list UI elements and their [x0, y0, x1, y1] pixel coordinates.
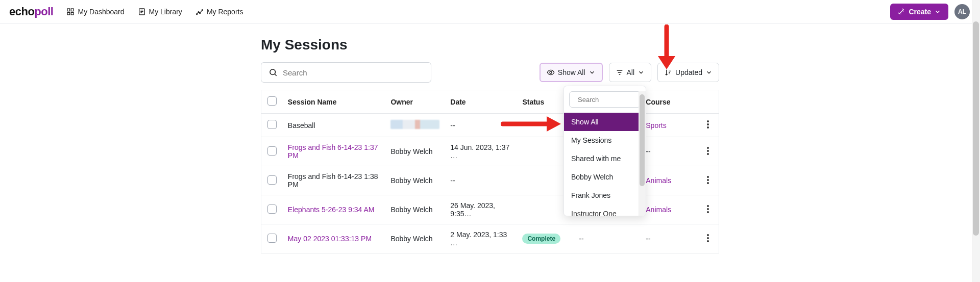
session-date: 26 May. 2023, 9:35… [450, 201, 495, 218]
course-name[interactable]: Animals [646, 206, 671, 214]
user-avatar[interactable]: AL [954, 4, 970, 19]
create-label: Create [909, 8, 931, 16]
row-checkbox[interactable] [267, 146, 277, 156]
th-owner: Owner [385, 90, 445, 114]
logo-part1: echo [9, 5, 34, 18]
responses: -- [579, 235, 583, 243]
dropdown-item[interactable]: Instructor One [564, 204, 646, 216]
page-title: My Sessions [261, 37, 719, 53]
course-name[interactable]: Animals [646, 176, 671, 185]
svg-rect-2 [67, 12, 70, 15]
show-filter-dropdown: Show AllMy SessionsShared with meBobby W… [564, 86, 646, 216]
owner-name: Bobby Welch [390, 235, 432, 243]
row-checkbox[interactable] [267, 234, 277, 243]
session-date: -- [450, 176, 455, 185]
type-filter[interactable]: All [609, 63, 652, 82]
status-badge: Complete [522, 234, 560, 244]
row-checkbox[interactable] [267, 120, 277, 129]
session-search-input[interactable] [283, 68, 424, 77]
dropdown-item[interactable]: Frank Jones [564, 186, 646, 204]
svg-marker-13 [658, 56, 675, 69]
dashboard-icon [66, 8, 75, 16]
eye-icon [547, 68, 555, 76]
dropdown-scroll-thumb[interactable] [640, 94, 645, 186]
avatar-initials: AL [958, 8, 966, 15]
owner-name: Bobby Welch [390, 147, 432, 156]
nav-library-label: My Library [149, 8, 182, 16]
reports-icon [195, 8, 204, 16]
th-name: Session Name [283, 90, 386, 114]
dropdown-search[interactable] [569, 91, 641, 108]
row-actions-menu[interactable] [707, 234, 709, 242]
annotation-arrow-down [657, 24, 676, 70]
svg-point-7 [200, 12, 201, 13]
dropdown-scrollbar[interactable] [639, 91, 646, 216]
row-checkbox[interactable] [267, 204, 277, 214]
th-date: Date [445, 90, 517, 114]
session-date: -- [450, 121, 455, 130]
svg-rect-3 [71, 12, 74, 15]
course-name[interactable]: Sports [646, 121, 666, 130]
session-name[interactable]: Frogs and Fish 6-14-23 1:37 PM [288, 143, 378, 160]
nav-library[interactable]: My Library [138, 8, 182, 16]
session-name: Frogs and Fish 6-14-23 1:38 PM [288, 172, 378, 189]
row-actions-menu[interactable] [707, 176, 709, 184]
session-date: 2 May. 2023, 1:33 … [450, 230, 507, 247]
dropdown-search-input[interactable] [578, 96, 646, 104]
owner-redacted [390, 120, 439, 129]
logo-part2: poll [34, 5, 53, 18]
svg-rect-0 [67, 9, 70, 11]
dropdown-item[interactable]: Show All [564, 113, 646, 131]
session-date: 14 Jun. 2023, 1:37 … [450, 143, 509, 160]
svg-marker-15 [547, 116, 561, 132]
chevron-down-icon [589, 69, 596, 76]
sessions-table: Session Name Owner Date Status Responses… [261, 90, 719, 253]
type-filter-label: All [627, 68, 635, 76]
course-name: -- [646, 147, 650, 156]
search-icon [268, 68, 278, 77]
row-actions-menu[interactable] [707, 120, 709, 129]
session-search[interactable] [261, 62, 431, 83]
chevron-down-icon [705, 69, 713, 76]
owner-name: Bobby Welch [390, 176, 432, 185]
library-icon [138, 8, 146, 16]
select-all-checkbox[interactable] [267, 96, 277, 106]
table-row: Frogs and Fish 6-14-23 1:37 PMBobby Welc… [261, 137, 719, 166]
nav-items: My Dashboard My Library My Reports [66, 8, 243, 16]
dropdown-item[interactable]: Bobby Welch [564, 168, 646, 186]
controls-row: Show All All Updated [261, 62, 719, 83]
filter-icon [616, 68, 624, 76]
row-actions-menu[interactable] [707, 205, 709, 213]
page-body: My Sessions Show All All Updated Session [261, 23, 719, 253]
row-checkbox[interactable] [267, 175, 277, 185]
svg-point-8 [202, 9, 203, 10]
row-actions-menu[interactable] [707, 147, 709, 155]
chevron-down-icon [934, 8, 941, 15]
session-name[interactable]: May 02 2023 01:33:13 PM [288, 235, 372, 243]
show-filter-label: Show All [558, 68, 585, 76]
create-button[interactable]: Create [890, 4, 948, 20]
session-name[interactable]: Elephants 5-26-23 9:34 AM [288, 206, 375, 214]
show-filter[interactable]: Show All [540, 63, 603, 82]
svg-rect-1 [71, 9, 74, 11]
browser-scrollbar[interactable] [972, 0, 980, 282]
nav-dashboard[interactable]: My Dashboard [66, 8, 124, 16]
table-header-row: Session Name Owner Date Status Responses… [261, 90, 719, 114]
table-row: May 02 2023 01:33:13 PMBobby Welch2 May.… [261, 224, 719, 253]
nav-reports-label: My Reports [207, 8, 243, 16]
browser-scroll-thumb[interactable] [973, 21, 979, 236]
dropdown-item[interactable]: Shared with me [564, 149, 646, 168]
top-nav: echopoll My Dashboard My Library My Repo… [0, 0, 980, 23]
annotation-arrow-right [501, 115, 562, 133]
course-name: -- [646, 235, 650, 243]
magic-wand-icon [897, 8, 905, 16]
session-name: Baseball [288, 121, 315, 130]
dropdown-item[interactable]: My Sessions [564, 131, 646, 149]
app-logo[interactable]: echopoll [9, 5, 53, 18]
svg-point-5 [197, 13, 198, 14]
th-course: Course [641, 90, 697, 114]
table-row: Baseball--Sports [261, 114, 719, 137]
nav-reports[interactable]: My Reports [195, 8, 243, 16]
chevron-down-icon [638, 69, 645, 76]
table-row: Frogs and Fish 6-14-23 1:38 PMBobby Welc… [261, 166, 719, 195]
